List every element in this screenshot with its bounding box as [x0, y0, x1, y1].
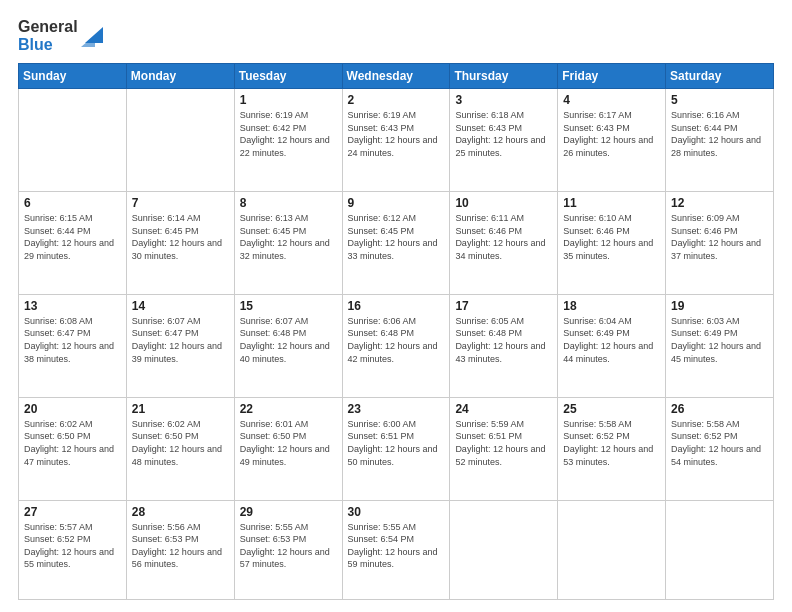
day-cell: 18Sunrise: 6:04 AM Sunset: 6:49 PM Dayli… — [558, 294, 666, 397]
day-number: 16 — [348, 299, 445, 313]
day-info: Sunrise: 5:57 AM Sunset: 6:52 PM Dayligh… — [24, 521, 121, 571]
day-info: Sunrise: 6:09 AM Sunset: 6:46 PM Dayligh… — [671, 212, 768, 262]
day-cell: 11Sunrise: 6:10 AM Sunset: 6:46 PM Dayli… — [558, 192, 666, 295]
day-number: 30 — [348, 505, 445, 519]
day-info: Sunrise: 6:16 AM Sunset: 6:44 PM Dayligh… — [671, 109, 768, 159]
day-cell: 7Sunrise: 6:14 AM Sunset: 6:45 PM Daylig… — [126, 192, 234, 295]
day-number: 14 — [132, 299, 229, 313]
day-info: Sunrise: 6:19 AM Sunset: 6:43 PM Dayligh… — [348, 109, 445, 159]
day-number: 22 — [240, 402, 337, 416]
day-cell: 23Sunrise: 6:00 AM Sunset: 6:51 PM Dayli… — [342, 397, 450, 500]
day-info: Sunrise: 5:58 AM Sunset: 6:52 PM Dayligh… — [563, 418, 660, 468]
day-cell — [558, 500, 666, 599]
day-number: 27 — [24, 505, 121, 519]
header-thursday: Thursday — [450, 64, 558, 89]
header-wednesday: Wednesday — [342, 64, 450, 89]
day-info: Sunrise: 6:12 AM Sunset: 6:45 PM Dayligh… — [348, 212, 445, 262]
day-number: 29 — [240, 505, 337, 519]
day-info: Sunrise: 6:13 AM Sunset: 6:45 PM Dayligh… — [240, 212, 337, 262]
day-number: 21 — [132, 402, 229, 416]
day-info: Sunrise: 6:06 AM Sunset: 6:48 PM Dayligh… — [348, 315, 445, 365]
week-row-3: 13Sunrise: 6:08 AM Sunset: 6:47 PM Dayli… — [19, 294, 774, 397]
day-cell: 1Sunrise: 6:19 AM Sunset: 6:42 PM Daylig… — [234, 89, 342, 192]
day-number: 13 — [24, 299, 121, 313]
day-info: Sunrise: 6:01 AM Sunset: 6:50 PM Dayligh… — [240, 418, 337, 468]
day-cell — [450, 500, 558, 599]
day-cell: 25Sunrise: 5:58 AM Sunset: 6:52 PM Dayli… — [558, 397, 666, 500]
day-cell: 28Sunrise: 5:56 AM Sunset: 6:53 PM Dayli… — [126, 500, 234, 599]
day-cell: 17Sunrise: 6:05 AM Sunset: 6:48 PM Dayli… — [450, 294, 558, 397]
day-cell: 14Sunrise: 6:07 AM Sunset: 6:47 PM Dayli… — [126, 294, 234, 397]
day-info: Sunrise: 6:07 AM Sunset: 6:47 PM Dayligh… — [132, 315, 229, 365]
day-info: Sunrise: 6:19 AM Sunset: 6:42 PM Dayligh… — [240, 109, 337, 159]
day-info: Sunrise: 5:55 AM Sunset: 6:53 PM Dayligh… — [240, 521, 337, 571]
calendar-table: SundayMondayTuesdayWednesdayThursdayFrid… — [18, 63, 774, 600]
logo: General Blue — [18, 18, 103, 53]
day-info: Sunrise: 6:03 AM Sunset: 6:49 PM Dayligh… — [671, 315, 768, 365]
day-cell: 20Sunrise: 6:02 AM Sunset: 6:50 PM Dayli… — [19, 397, 127, 500]
day-cell: 21Sunrise: 6:02 AM Sunset: 6:50 PM Dayli… — [126, 397, 234, 500]
day-cell: 22Sunrise: 6:01 AM Sunset: 6:50 PM Dayli… — [234, 397, 342, 500]
day-cell: 30Sunrise: 5:55 AM Sunset: 6:54 PM Dayli… — [342, 500, 450, 599]
day-cell: 15Sunrise: 6:07 AM Sunset: 6:48 PM Dayli… — [234, 294, 342, 397]
week-row-2: 6Sunrise: 6:15 AM Sunset: 6:44 PM Daylig… — [19, 192, 774, 295]
day-number: 20 — [24, 402, 121, 416]
day-info: Sunrise: 5:56 AM Sunset: 6:53 PM Dayligh… — [132, 521, 229, 571]
day-cell: 29Sunrise: 5:55 AM Sunset: 6:53 PM Dayli… — [234, 500, 342, 599]
day-info: Sunrise: 6:00 AM Sunset: 6:51 PM Dayligh… — [348, 418, 445, 468]
day-number: 15 — [240, 299, 337, 313]
day-number: 12 — [671, 196, 768, 210]
week-row-4: 20Sunrise: 6:02 AM Sunset: 6:50 PM Dayli… — [19, 397, 774, 500]
day-info: Sunrise: 6:14 AM Sunset: 6:45 PM Dayligh… — [132, 212, 229, 262]
day-cell — [666, 500, 774, 599]
day-info: Sunrise: 5:55 AM Sunset: 6:54 PM Dayligh… — [348, 521, 445, 571]
day-cell: 10Sunrise: 6:11 AM Sunset: 6:46 PM Dayli… — [450, 192, 558, 295]
day-info: Sunrise: 6:10 AM Sunset: 6:46 PM Dayligh… — [563, 212, 660, 262]
day-info: Sunrise: 6:08 AM Sunset: 6:47 PM Dayligh… — [24, 315, 121, 365]
day-number: 19 — [671, 299, 768, 313]
week-row-1: 1Sunrise: 6:19 AM Sunset: 6:42 PM Daylig… — [19, 89, 774, 192]
day-info: Sunrise: 6:04 AM Sunset: 6:49 PM Dayligh… — [563, 315, 660, 365]
day-cell: 4Sunrise: 6:17 AM Sunset: 6:43 PM Daylig… — [558, 89, 666, 192]
day-info: Sunrise: 6:17 AM Sunset: 6:43 PM Dayligh… — [563, 109, 660, 159]
day-info: Sunrise: 6:18 AM Sunset: 6:43 PM Dayligh… — [455, 109, 552, 159]
day-number: 6 — [24, 196, 121, 210]
day-cell: 3Sunrise: 6:18 AM Sunset: 6:43 PM Daylig… — [450, 89, 558, 192]
day-number: 23 — [348, 402, 445, 416]
header: General Blue — [18, 18, 774, 53]
svg-marker-1 — [81, 35, 95, 47]
day-info: Sunrise: 6:07 AM Sunset: 6:48 PM Dayligh… — [240, 315, 337, 365]
header-friday: Friday — [558, 64, 666, 89]
day-number: 7 — [132, 196, 229, 210]
day-cell — [126, 89, 234, 192]
calendar-header-row: SundayMondayTuesdayWednesdayThursdayFrid… — [19, 64, 774, 89]
day-number: 28 — [132, 505, 229, 519]
day-cell: 12Sunrise: 6:09 AM Sunset: 6:46 PM Dayli… — [666, 192, 774, 295]
day-number: 5 — [671, 93, 768, 107]
day-info: Sunrise: 6:02 AM Sunset: 6:50 PM Dayligh… — [132, 418, 229, 468]
week-row-5: 27Sunrise: 5:57 AM Sunset: 6:52 PM Dayli… — [19, 500, 774, 599]
day-cell: 19Sunrise: 6:03 AM Sunset: 6:49 PM Dayli… — [666, 294, 774, 397]
header-saturday: Saturday — [666, 64, 774, 89]
day-cell: 26Sunrise: 5:58 AM Sunset: 6:52 PM Dayli… — [666, 397, 774, 500]
day-info: Sunrise: 6:02 AM Sunset: 6:50 PM Dayligh… — [24, 418, 121, 468]
day-number: 3 — [455, 93, 552, 107]
day-number: 24 — [455, 402, 552, 416]
day-number: 9 — [348, 196, 445, 210]
day-number: 18 — [563, 299, 660, 313]
day-number: 25 — [563, 402, 660, 416]
day-info: Sunrise: 6:05 AM Sunset: 6:48 PM Dayligh… — [455, 315, 552, 365]
day-info: Sunrise: 6:11 AM Sunset: 6:46 PM Dayligh… — [455, 212, 552, 262]
day-number: 10 — [455, 196, 552, 210]
header-tuesday: Tuesday — [234, 64, 342, 89]
day-cell: 24Sunrise: 5:59 AM Sunset: 6:51 PM Dayli… — [450, 397, 558, 500]
day-cell: 13Sunrise: 6:08 AM Sunset: 6:47 PM Dayli… — [19, 294, 127, 397]
day-number: 1 — [240, 93, 337, 107]
day-info: Sunrise: 5:58 AM Sunset: 6:52 PM Dayligh… — [671, 418, 768, 468]
header-monday: Monday — [126, 64, 234, 89]
header-sunday: Sunday — [19, 64, 127, 89]
day-cell: 5Sunrise: 6:16 AM Sunset: 6:44 PM Daylig… — [666, 89, 774, 192]
logo-triangle-icon — [81, 25, 103, 47]
day-cell: 9Sunrise: 6:12 AM Sunset: 6:45 PM Daylig… — [342, 192, 450, 295]
day-cell: 27Sunrise: 5:57 AM Sunset: 6:52 PM Dayli… — [19, 500, 127, 599]
